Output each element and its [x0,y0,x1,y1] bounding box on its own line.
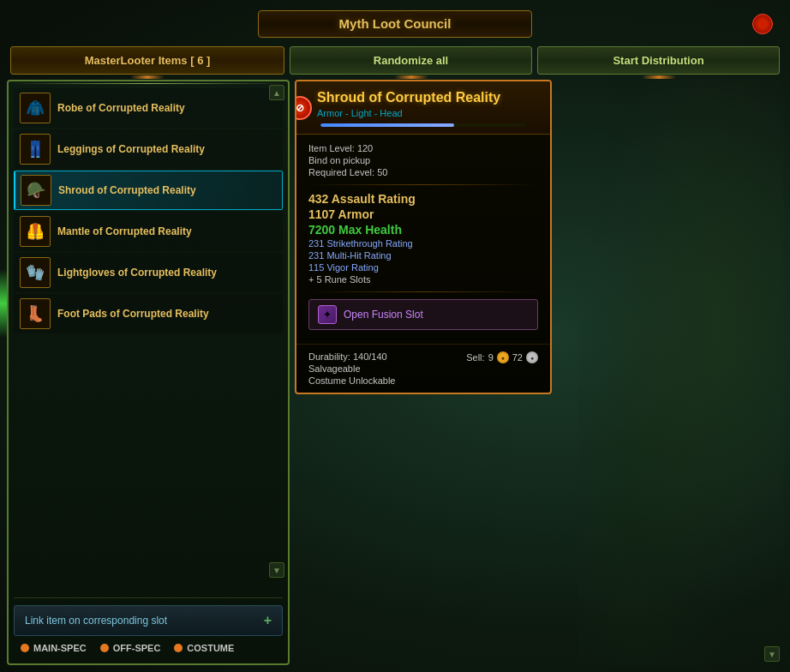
title-bar: Myth Loot Council [7,7,783,41]
tooltip-stat-0: 432 Assault Rating [308,192,538,206]
item-level-value: 120 [357,143,373,153]
sell-gold-value: 9 [488,352,494,363]
req-level-value: 50 [377,167,387,177]
sell-label: Sell: [466,352,484,363]
item-name-leggings: Leggings of Corrupted Reality [57,143,277,155]
tooltip-item-level: Item Level: 120 [308,143,538,153]
window-title: Myth Loot Council [339,16,452,31]
req-level-label: Required Level: [308,167,374,177]
tooltip-stat-4: 231 Multi-Hit Rating [308,250,538,261]
item-icon-mantle [20,216,51,247]
item-row-shroud[interactable]: Shroud of Corrupted Reality [14,171,283,210]
costume-text: Costume Unlockable [308,375,396,386]
tooltip-item-type: Armor - Light - Head [317,108,538,118]
left-glow-decoration [0,269,7,338]
link-item-button[interactable]: Link item on corresponding slot + [14,605,283,636]
tooltip-body: Item Level: 120 Bind on pickup Required … [296,135,550,344]
tooltip-bind: Bind on pickup [308,155,538,165]
item-icon-footpads [20,298,51,329]
item-icon-leggings [20,134,51,165]
panel-scroll-down[interactable]: ▼ [269,562,284,578]
tooltip-divider-1 [308,184,538,185]
tooltip-stat-2: 7200 Max Health [308,223,538,237]
off-spec-dot [100,644,109,652]
sell-silver-value: 72 [512,352,523,363]
durability-text: Durability: 140/140 [308,351,396,362]
left-panel-bottom: Link item on corresponding slot + MAIN-S… [14,597,283,657]
main-spec-dot [21,644,29,652]
silver-coin-icon: ● [526,351,538,363]
start-distribution-button[interactable]: Start Distribution [537,46,780,75]
link-item-label: Link item on corresponding slot [25,615,167,627]
tooltip-item-name: Shroud of Corrupted Reality [317,90,538,105]
fusion-text: Open Fusion Slot [344,309,423,321]
randomize-button[interactable]: Randomize all [290,46,532,75]
tooltip-stat-5: 115 Vigor Rating [308,262,538,273]
item-row-lightgloves[interactable]: Lightgloves of Corrupted Reality [14,253,283,292]
item-name-lightgloves: Lightgloves of Corrupted Reality [57,267,277,279]
tooltip-icon-badge: ⊘ [295,96,312,120]
sell-info: Sell: 9 ● 72 ● [466,351,538,363]
masterlooter-button[interactable]: MasterLooter Items [ 6 ] [10,46,284,75]
item-icon-robe [20,93,51,123]
main-spec-label: MAIN-SPEC [33,643,87,653]
tooltip-footer: Durability: 140/140 Salvageable Costume … [296,344,550,393]
panel-corner-tr: ▲ [269,85,284,100]
item-icon-lightgloves [20,257,51,288]
salvageable-text: Salvageable [308,363,396,374]
item-icon-shroud [21,175,51,206]
right-panel: ⊘ Shroud of Corrupted Reality Armor - Li… [295,80,783,665]
item-row-footpads[interactable]: Foot Pads of Corrupted Reality [14,294,283,333]
item-name-mantle: Mantle of Corrupted Reality [57,225,277,237]
costume-spec-dot [174,644,183,652]
costume-spec-label: COSTUME [187,643,234,653]
tooltip-stat-6: + 5 Rune Slots [308,274,538,285]
tooltip-progress-bar [320,123,526,127]
footer-left: Durability: 140/140 Salvageable Costume … [308,351,396,386]
right-panel-scroll-btn[interactable]: ▼ [764,646,780,662]
content-area: Robe of Corrupted RealityLeggings of Cor… [7,80,783,665]
item-name-shroud: Shroud of Corrupted Reality [58,184,277,196]
tooltip-header: ⊘ Shroud of Corrupted Reality Armor - Li… [296,81,550,135]
fusion-icon: ✦ [318,305,337,324]
item-row-robe[interactable]: Robe of Corrupted Reality [14,88,283,128]
item-name-robe: Robe of Corrupted Reality [57,102,277,114]
left-panel: Robe of Corrupted RealityLeggings of Cor… [7,80,290,665]
main-spec-item: MAIN-SPEC [21,643,87,653]
tooltip-req-level: Required Level: 50 [308,167,538,177]
off-spec-item: OFF-SPEC [100,643,161,653]
spec-row: MAIN-SPEC OFF-SPEC COSTUME [14,639,283,657]
main-container: Myth Loot Council MasterLooter Items [ 6… [0,0,790,672]
tooltip-stat-1: 1107 Armor [308,207,538,221]
gold-coin-icon: ● [497,351,509,363]
item-list: Robe of Corrupted RealityLeggings of Cor… [14,88,283,591]
item-tooltip: ⊘ Shroud of Corrupted Reality Armor - Li… [295,80,552,394]
tooltip-stats: 432 Assault Rating1107 Armor7200 Max Hea… [308,192,538,285]
button-bar: MasterLooter Items [ 6 ] Randomize all S… [7,46,783,75]
item-level-label: Item Level: [308,143,355,153]
tooltip-stat-3: 231 Strikethrough Rating [308,238,538,249]
link-plus-icon: + [264,613,272,628]
bg-map [578,80,783,665]
costume-spec-item: COSTUME [174,643,234,653]
off-spec-label: OFF-SPEC [113,643,161,653]
tooltip-divider-2 [308,291,538,292]
fusion-slot[interactable]: ✦ Open Fusion Slot [308,299,538,330]
close-button[interactable] [752,14,773,34]
tooltip-progress-fill [320,123,454,127]
item-row-mantle[interactable]: Mantle of Corrupted Reality [14,212,283,251]
item-row-leggings[interactable]: Leggings of Corrupted Reality [14,129,283,169]
title-bar-inner: Myth Loot Council [258,10,532,38]
item-name-footpads: Foot Pads of Corrupted Reality [57,308,277,320]
